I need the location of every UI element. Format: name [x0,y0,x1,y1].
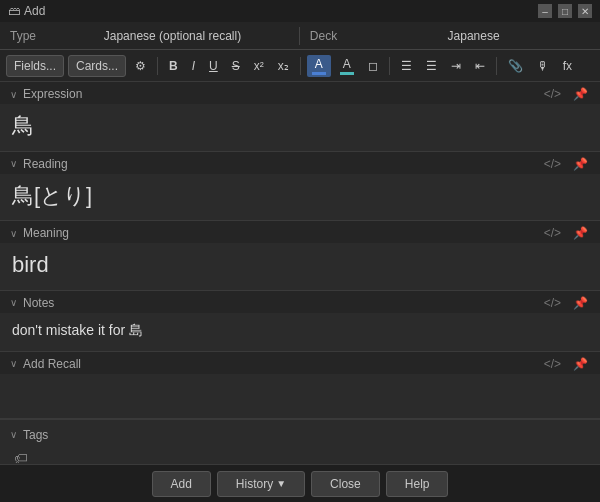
notes-value: don't mistake it for 島 [12,321,588,341]
text-color-icon: A [312,57,326,75]
field-header-right-add-recall: </> 📌 [542,357,590,371]
title-bar-controls: – □ ✕ [538,4,592,18]
field-section-add-recall: ∨ Add Recall </> 📌 [0,352,600,419]
tags-label: Tags [23,428,48,442]
field-section-meaning: ∨ Meaning </> 📌 bird [0,221,600,291]
record-button[interactable]: 🎙 [532,55,554,77]
pin-btn-meaning[interactable]: 📌 [571,226,590,240]
meaning-value: bird [12,251,588,280]
text-color-button[interactable]: A [307,55,331,77]
expression-value: 鳥 [12,112,588,141]
color-bar-blue [312,72,326,75]
eraser-icon: ◻ [368,59,378,73]
field-header-expression: ∨ Expression </> 📌 [0,82,600,104]
title-bar-left: 🗃 Add [8,4,45,18]
subscript-button[interactable]: x₂ [273,55,294,77]
outdent-button[interactable]: ⇤ [470,55,490,77]
indent-icon: ⇥ [451,59,461,73]
formula-button[interactable]: fx [558,55,577,77]
italic-label: I [192,59,195,73]
chevron-reading: ∨ [10,158,17,169]
outdent-icon: ⇤ [475,59,485,73]
list-ol-icon: ☰ [426,59,437,73]
strikethrough-label: S [232,59,240,73]
code-btn-add-recall[interactable]: </> [542,357,563,371]
italic-button[interactable]: I [187,55,200,77]
field-content-expression[interactable]: 鳥 [0,104,600,151]
attach-icon: 📎 [508,59,523,73]
field-header-reading: ∨ Reading </> 📌 [0,152,600,174]
strikethrough-button[interactable]: S [227,55,245,77]
tags-input-area[interactable]: 🏷 [10,448,590,464]
minimize-button[interactable]: – [538,4,552,18]
close-window-button[interactable]: ✕ [578,4,592,18]
field-section-notes: ∨ Notes </> 📌 don't mistake it for 島 [0,291,600,352]
close-button[interactable]: Close [311,471,380,497]
chevron-add-recall: ∨ [10,358,17,369]
field-name-expression: Expression [23,87,82,101]
add-button[interactable]: Add [152,471,211,497]
indent-button[interactable]: ⇥ [446,55,466,77]
chevron-expression: ∨ [10,89,17,100]
fields-button[interactable]: Fields... [6,55,64,77]
help-button[interactable]: Help [386,471,449,497]
reading-value: 鳥[とり] [12,182,588,211]
code-btn-reading[interactable]: </> [542,157,563,171]
underline-button[interactable]: U [204,55,223,77]
chevron-tags: ∨ [10,429,17,440]
field-content-reading[interactable]: 鳥[とり] [0,174,600,221]
highlight-icon: A [340,57,354,75]
field-content-add-recall[interactable] [0,374,600,418]
toolbar: Fields... Cards... ⚙ B I U S x² x₂ A A ◻… [0,50,600,82]
list-ul-button[interactable]: ☰ [396,55,417,77]
superscript-button[interactable]: x² [249,55,269,77]
history-label: History [236,477,273,491]
window-icon: 🗃 [8,4,20,18]
field-header-left-notes: ∨ Notes [10,296,54,310]
list-ol-button[interactable]: ☰ [421,55,442,77]
field-name-reading: Reading [23,157,68,171]
history-arrow-icon: ▼ [276,478,286,489]
code-btn-notes[interactable]: </> [542,296,563,310]
deck-value[interactable]: Japanese [347,29,600,43]
type-value[interactable]: Japanese (optional recall) [46,29,299,43]
field-header-left-reading: ∨ Reading [10,157,68,171]
field-section-expression: ∨ Expression </> 📌 鳥 [0,82,600,152]
pin-btn-expression[interactable]: 📌 [571,87,590,101]
record-icon: 🎙 [537,59,549,73]
gear-button[interactable]: ⚙ [130,55,151,77]
pin-btn-reading[interactable]: 📌 [571,157,590,171]
gear-icon: ⚙ [135,59,146,73]
field-content-notes[interactable]: don't mistake it for 島 [0,313,600,351]
pin-btn-add-recall[interactable]: 📌 [571,357,590,371]
field-section-reading: ∨ Reading </> 📌 鳥[とり] [0,152,600,222]
toolbar-separator-3 [389,57,390,75]
tags-section: ∨ Tags 🏷 [0,419,600,464]
content-area[interactable]: ∨ Expression </> 📌 鳥 ∨ Reading </> 📌 鳥[と… [0,82,600,464]
tag-icon: 🏷 [14,450,28,464]
code-btn-expression[interactable]: </> [542,87,563,101]
bold-button[interactable]: B [164,55,183,77]
toolbar-separator-2 [300,57,301,75]
pin-btn-notes[interactable]: 📌 [571,296,590,310]
attach-button[interactable]: 📎 [503,55,528,77]
field-header-notes: ∨ Notes </> 📌 [0,291,600,313]
type-label: Type [0,29,46,43]
underline-label: U [209,59,218,73]
highlight-button[interactable]: A [335,55,359,77]
bottom-bar: Add History ▼ Close Help [0,464,600,502]
code-btn-meaning[interactable]: </> [542,226,563,240]
field-header-meaning: ∨ Meaning </> 📌 [0,221,600,243]
field-header-right-notes: </> 📌 [542,296,590,310]
field-header-right-reading: </> 📌 [542,157,590,171]
chevron-notes: ∨ [10,297,17,308]
field-content-meaning[interactable]: bird [0,243,600,290]
tags-header: ∨ Tags [10,428,590,442]
history-button[interactable]: History ▼ [217,471,305,497]
field-header-left-add-recall: ∨ Add Recall [10,357,81,371]
maximize-button[interactable]: □ [558,4,572,18]
cards-button[interactable]: Cards... [68,55,126,77]
eraser-button[interactable]: ◻ [363,55,383,77]
subscript-label: x₂ [278,59,289,73]
type-deck-row: Type Japanese (optional recall) Deck Jap… [0,22,600,50]
